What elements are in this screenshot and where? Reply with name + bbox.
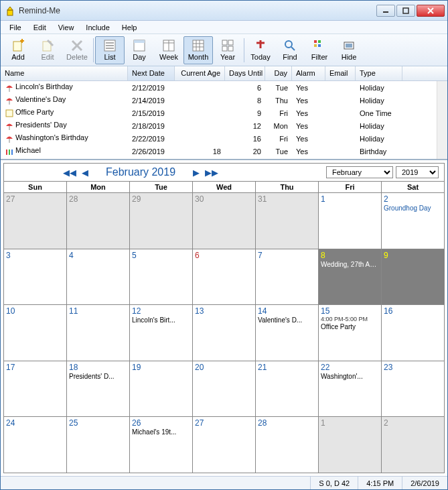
- calendar-day[interactable]: 17: [4, 361, 67, 417]
- add-icon: [11, 39, 25, 52]
- list-row[interactable]: Presidents' Day2/18/201912MonYesHoliday: [1, 119, 447, 132]
- calendar-day[interactable]: 14Valentine's D...: [256, 305, 319, 361]
- calendar-day[interactable]: 25: [67, 417, 130, 473]
- calendar-area: ◀◀ ◀ February 2019 ▶ ▶▶ February 2019 Su…: [1, 160, 447, 476]
- calendar-day[interactable]: 31: [256, 193, 319, 249]
- col-header-alarm[interactable]: Alarm: [292, 66, 325, 80]
- calendar-day[interactable]: 8Wedding, 27th Anniversary: [319, 249, 382, 305]
- col-header-email[interactable]: Email: [325, 66, 356, 80]
- find-button[interactable]: Find: [275, 36, 305, 64]
- year-icon: [221, 39, 234, 52]
- menu-help[interactable]: Help: [117, 22, 143, 33]
- calendar-day[interactable]: 23: [382, 361, 444, 417]
- calendar-day[interactable]: 2Groundhog Day: [382, 193, 444, 249]
- status-time: 4:15 PM: [358, 477, 402, 489]
- svg-rect-2: [403, 8, 408, 13]
- prev-year-button[interactable]: ◀◀: [63, 168, 76, 178]
- close-button[interactable]: [417, 5, 445, 17]
- list-row[interactable]: Valentine's Day2/14/20198ThuYesHoliday: [1, 94, 447, 107]
- col-header-current-age[interactable]: Current Age: [175, 66, 225, 80]
- col-header-day[interactable]: Day: [265, 66, 292, 80]
- note-icon: [5, 109, 14, 118]
- list-row[interactable]: Office Party2/15/20199FriYesOne Time: [1, 107, 447, 119]
- menu-view[interactable]: View: [53, 22, 80, 33]
- hide-icon: [342, 39, 356, 52]
- calendar-day[interactable]: 20: [193, 361, 256, 417]
- calendar-day[interactable]: 7: [256, 249, 319, 305]
- calendar-event[interactable]: Wedding, 27th Anniversary: [321, 261, 379, 268]
- list-row[interactable]: Ash Wednesday3/6/201928WedYesHoliday: [1, 158, 447, 160]
- svg-rect-29: [228, 46, 233, 51]
- calendar-day[interactable]: 2: [382, 417, 444, 473]
- menu-file[interactable]: File: [4, 22, 27, 33]
- calendar-day[interactable]: 19: [130, 361, 193, 417]
- month-button[interactable]: Month: [183, 36, 213, 64]
- menu-include[interactable]: Include: [80, 22, 115, 33]
- calendar-day[interactable]: 21: [256, 361, 319, 417]
- menu-edit[interactable]: Edit: [28, 22, 52, 33]
- calendar-day[interactable]: 6: [193, 249, 256, 305]
- calendar-event[interactable]: Valentine's D...: [258, 316, 316, 324]
- calendar-day[interactable]: 1: [319, 417, 382, 473]
- calendar-day[interactable]: 22Washington'...: [319, 361, 382, 417]
- calendar-day[interactable]: 29: [130, 193, 193, 249]
- umbrella-icon: [5, 160, 14, 160]
- year-button[interactable]: Year: [213, 36, 242, 64]
- list-rows[interactable]: Lincoln's Birthday2/12/20196TueYesHolida…: [1, 81, 447, 160]
- calendar-day[interactable]: 24: [4, 417, 67, 473]
- calendar-day[interactable]: 9: [382, 249, 444, 305]
- hide-button[interactable]: Hide: [334, 36, 364, 64]
- calendar-day[interactable]: 18Presidents' D...: [67, 361, 130, 417]
- calendar-day[interactable]: 26Michael's 19t...: [130, 417, 193, 473]
- calendar-day[interactable]: 3: [4, 249, 67, 305]
- calendar-event[interactable]: Lincoln's Birt...: [132, 316, 190, 324]
- day-header-tue: Tue: [130, 182, 193, 192]
- calendar-day[interactable]: 4: [67, 249, 130, 305]
- col-header-name[interactable]: Name: [1, 66, 128, 80]
- list-row[interactable]: Washington's Birthday2/22/201916FriYesHo…: [1, 132, 447, 145]
- next-month-button[interactable]: ▶: [193, 168, 200, 178]
- calendar-day[interactable]: 28: [67, 193, 130, 249]
- svg-rect-17: [134, 40, 145, 43]
- calendar-event[interactable]: Groundhog Day: [384, 204, 442, 212]
- day-header-sat: Sat: [382, 182, 444, 192]
- list-scrollbar[interactable]: [437, 81, 447, 160]
- list-header: NameNext DateCurrent AgeDays UntilDayAla…: [1, 66, 447, 81]
- add-button[interactable]: Add: [3, 36, 33, 64]
- calendar-event[interactable]: Office Party: [321, 323, 379, 330]
- prev-month-button[interactable]: ◀: [82, 168, 88, 178]
- list-row[interactable]: Lincoln's Birthday2/12/20196TueYesHolida…: [1, 81, 447, 94]
- maximize-button[interactable]: [396, 5, 415, 17]
- calendar-day[interactable]: 30: [193, 193, 256, 249]
- day-button[interactable]: Day: [125, 36, 154, 64]
- calendar-day[interactable]: 27: [193, 417, 256, 473]
- list-row[interactable]: Michael2/26/20191820TueYesBirthday: [1, 145, 447, 158]
- col-header-next-date[interactable]: Next Date: [128, 66, 175, 80]
- calendar-event[interactable]: Washington'...: [321, 373, 379, 380]
- week-button[interactable]: Week: [154, 36, 183, 64]
- calendar-day[interactable]: 27: [4, 193, 67, 249]
- calendar-day[interactable]: 1: [319, 193, 382, 249]
- calendar-day[interactable]: 28: [256, 417, 319, 473]
- month-select[interactable]: February: [326, 166, 393, 178]
- calendar-day[interactable]: 12Lincoln's Birt...: [130, 305, 193, 361]
- today-button[interactable]: Today: [246, 36, 275, 64]
- minimize-button[interactable]: [376, 5, 395, 17]
- edit-icon: [41, 39, 54, 52]
- next-year-button[interactable]: ▶▶: [205, 168, 218, 178]
- calendar-day[interactable]: 13: [193, 305, 256, 361]
- year-select[interactable]: 2019: [396, 166, 439, 178]
- calendar-event[interactable]: Michael's 19t...: [132, 428, 190, 436]
- col-header-type[interactable]: Type: [356, 66, 402, 80]
- list-button[interactable]: List: [95, 36, 125, 64]
- calendar-day[interactable]: 16: [382, 305, 444, 361]
- calendar-day[interactable]: 5: [130, 249, 193, 305]
- col-header-days-until[interactable]: Days Until: [225, 66, 265, 80]
- calendar-day[interactable]: 154:00 PM-5:00 PMOffice Party: [319, 305, 382, 361]
- filter-button[interactable]: Filter: [305, 36, 334, 64]
- calendar-day[interactable]: 10: [4, 305, 67, 361]
- calendar-day[interactable]: 11: [67, 305, 130, 361]
- svg-point-32: [285, 41, 292, 48]
- calendar-event[interactable]: Presidents' D...: [69, 373, 127, 380]
- delete-button: Delete: [62, 36, 92, 64]
